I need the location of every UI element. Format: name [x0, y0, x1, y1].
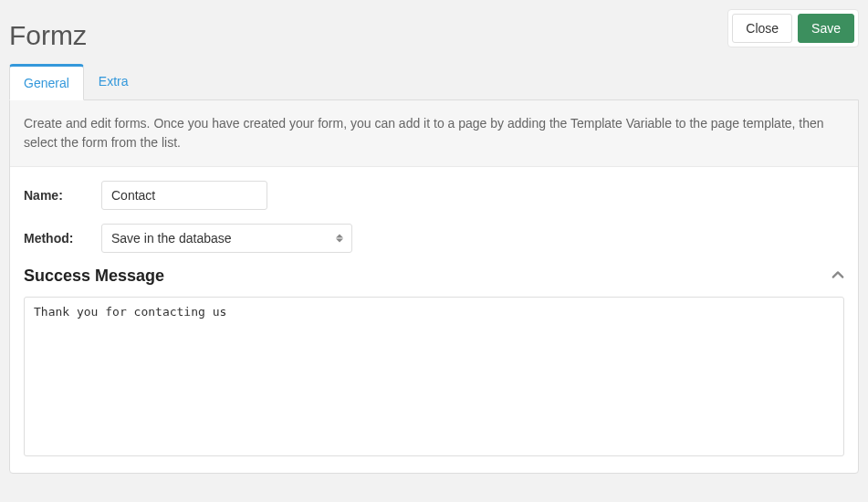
method-select[interactable]: Save in the database: [101, 224, 352, 253]
action-buttons: Close Save: [727, 9, 859, 47]
name-row: Name:: [24, 181, 844, 210]
success-message-header: Success Message: [24, 267, 844, 286]
page-title: Formz: [9, 9, 87, 51]
tab-general[interactable]: General: [9, 64, 84, 100]
chevron-up-icon[interactable]: [831, 268, 844, 284]
close-button[interactable]: Close: [732, 14, 792, 43]
form-body: Name: Method: Save in the database Succe…: [10, 167, 858, 473]
save-button[interactable]: Save: [798, 14, 854, 43]
tab-panel: Create and edit forms. Once you have cre…: [9, 99, 859, 474]
method-select-wrap: Save in the database: [101, 224, 352, 253]
method-row: Method: Save in the database: [24, 224, 844, 253]
description-text: Create and edit forms. Once you have cre…: [10, 100, 858, 167]
name-input[interactable]: [101, 181, 267, 210]
success-message-textarea[interactable]: [24, 297, 844, 456]
success-message-title: Success Message: [24, 267, 164, 286]
method-label: Method:: [24, 231, 101, 246]
name-label: Name:: [24, 188, 101, 203]
tabs: General Extra: [0, 51, 868, 99]
tab-extra[interactable]: Extra: [84, 64, 143, 100]
